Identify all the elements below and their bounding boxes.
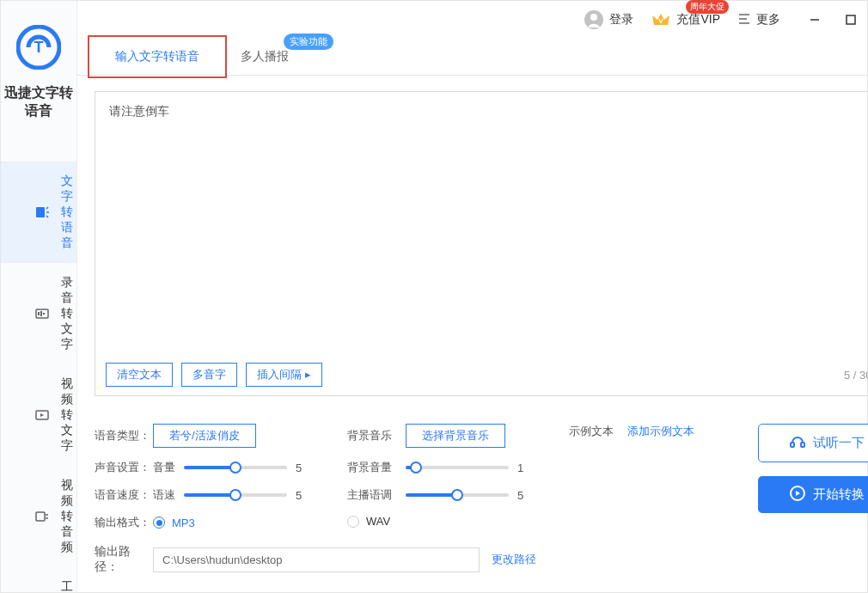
svg-rect-19 — [847, 15, 855, 24]
experimental-badge: 实验功能 — [284, 34, 333, 50]
svg-rect-8 — [36, 512, 45, 521]
sound-label: 声音设置： — [95, 460, 153, 475]
pitch-slider[interactable] — [406, 493, 509, 497]
sidebar-item-video-text[interactable]: 视频转文字 — [1, 364, 76, 466]
char-counter: 5 / 3000 — [844, 369, 868, 382]
text-input-area[interactable]: 请注意倒车 — [95, 92, 868, 354]
minimize-button[interactable] — [806, 11, 823, 28]
sidebar-item-label: 文字转语音 — [61, 174, 76, 251]
polyphone-button[interactable]: 多音字 — [181, 363, 237, 387]
headset-icon — [789, 433, 806, 453]
path-label: 输出路径： — [95, 544, 153, 575]
svg-text:T: T — [34, 39, 44, 56]
format-wav-radio[interactable]: WAV — [347, 515, 390, 528]
insert-pause-button[interactable]: 插入间隔 ▸ — [246, 363, 322, 387]
bgm-label: 背景音乐 — [347, 428, 406, 443]
svg-rect-6 — [43, 313, 45, 315]
bgm-volume-label: 背景音量 — [347, 460, 406, 475]
sample-label: 示例文本 — [569, 424, 627, 439]
tab-label: 输入文字转语音 — [115, 49, 199, 63]
more-label: 更多 — [756, 12, 780, 28]
pitch-label: 主播语调 — [347, 487, 406, 503]
svg-rect-4 — [38, 312, 40, 315]
speed-sublabel: 语速 — [153, 487, 184, 503]
app-logo-icon: T — [16, 25, 61, 72]
vip-button[interactable]: V 充值VIP 周年大促 — [651, 9, 720, 30]
app-title: 迅捷文字转语音 — [1, 84, 76, 120]
path-input[interactable]: C:\Users\hudun\desktop — [153, 547, 480, 572]
user-icon — [584, 9, 604, 30]
maximize-button[interactable] — [842, 11, 859, 28]
play-icon — [789, 485, 806, 504]
tab-label: 多人播报 — [241, 49, 289, 63]
svg-text:V: V — [659, 17, 664, 25]
volume-label: 音量 — [153, 460, 184, 475]
login-button[interactable]: 登录 — [584, 9, 633, 30]
sidebar-item-label: 视频转音频 — [61, 478, 76, 555]
volume-slider[interactable] — [184, 466, 287, 469]
bgm-select-button[interactable]: 选择背景音乐 — [406, 424, 505, 448]
pitch-value: 5 — [517, 489, 535, 502]
record-icon — [35, 307, 49, 321]
sidebar-item-toolbox[interactable]: 工具箱 — [1, 567, 76, 593]
vip-label: 充值VIP — [676, 12, 720, 28]
menu-icon — [737, 13, 751, 28]
sidebar-item-video-audio[interactable]: 视频转音频 — [1, 466, 76, 567]
svg-rect-2 — [36, 207, 45, 217]
svg-rect-21 — [801, 443, 804, 447]
sidebar-item-label: 工具箱 — [61, 579, 76, 593]
svg-rect-20 — [791, 443, 794, 447]
sidebar-item-tts[interactable]: 文字转语音 — [1, 162, 76, 263]
format-label: 输出格式： — [95, 515, 153, 530]
tab-text-to-speech[interactable]: 输入文字转语音 — [95, 39, 220, 75]
speed-label: 语音速度： — [95, 487, 153, 503]
crown-icon: V — [651, 9, 671, 30]
sidebar-item-label: 视频转文字 — [61, 376, 76, 454]
tts-icon — [35, 205, 49, 219]
voice-type-label: 语音类型： — [95, 428, 153, 443]
convert-button[interactable]: 开始转换 — [758, 476, 868, 513]
video-audio-icon — [35, 510, 49, 523]
more-button[interactable]: 更多 — [737, 12, 780, 28]
sidebar-item-label: 录音转文字 — [61, 275, 76, 352]
change-path-link[interactable]: 更改路径 — [492, 552, 536, 567]
volume-value: 5 — [296, 462, 313, 474]
svg-rect-5 — [40, 311, 42, 316]
tab-multi-speaker[interactable]: 多人播报 实验功能 — [220, 39, 309, 75]
voice-type-select[interactable]: 若兮/活泼俏皮 — [153, 424, 256, 448]
svg-point-17 — [590, 14, 597, 21]
bgm-volume-value: 1 — [517, 462, 535, 474]
add-sample-link[interactable]: 添加示例文本 — [627, 424, 694, 439]
speed-slider[interactable] — [184, 493, 287, 497]
format-mp3-radio[interactable]: MP3 — [153, 517, 195, 529]
vip-badge: 周年大促 — [686, 0, 729, 14]
sidebar-item-record[interactable]: 录音转文字 — [1, 263, 76, 364]
preview-button[interactable]: 试听一下 — [758, 424, 868, 462]
login-label: 登录 — [609, 12, 633, 28]
video-text-icon — [35, 408, 49, 422]
speed-value: 5 — [296, 489, 313, 502]
bgm-volume-slider[interactable] — [406, 466, 509, 469]
clear-text-button[interactable]: 清空文本 — [106, 363, 173, 387]
